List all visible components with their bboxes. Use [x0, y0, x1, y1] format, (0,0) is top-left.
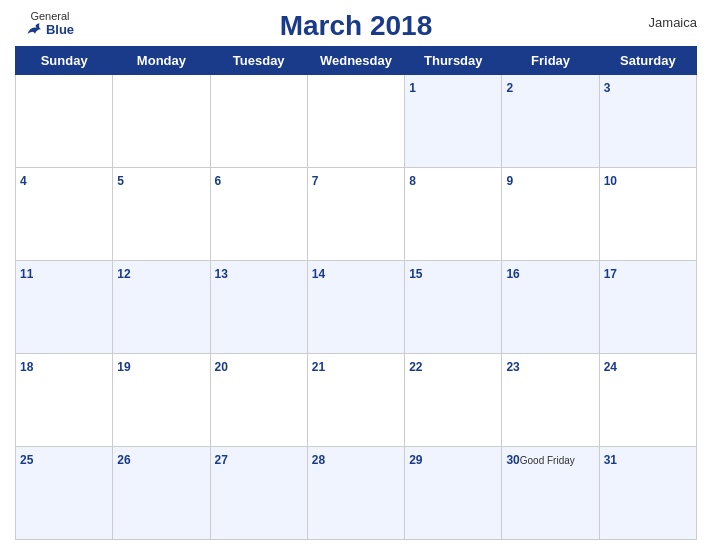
calendar-title: March 2018: [280, 10, 433, 42]
calendar-table: SundayMondayTuesdayWednesdayThursdayFrid…: [15, 46, 697, 540]
day-number: 30: [506, 453, 519, 467]
calendar-day-cell: 25: [16, 447, 113, 540]
calendar-day-cell: 11: [16, 261, 113, 354]
day-number: 27: [215, 453, 228, 467]
day-number: 1: [409, 81, 416, 95]
calendar-day-cell: [16, 75, 113, 168]
calendar-day-cell: 29: [405, 447, 502, 540]
weekday-header-saturday: Saturday: [599, 47, 696, 75]
calendar-day-cell: [113, 75, 210, 168]
calendar-day-cell: 9: [502, 168, 599, 261]
day-number: 13: [215, 267, 228, 281]
country-label: Jamaica: [649, 15, 697, 30]
calendar-day-cell: 23: [502, 354, 599, 447]
day-number: 25: [20, 453, 33, 467]
weekday-header-sunday: Sunday: [16, 47, 113, 75]
weekday-header-thursday: Thursday: [405, 47, 502, 75]
calendar-day-cell: 20: [210, 354, 307, 447]
day-number: 9: [506, 174, 513, 188]
calendar-day-cell: 6: [210, 168, 307, 261]
weekday-header-wednesday: Wednesday: [307, 47, 404, 75]
day-number: 26: [117, 453, 130, 467]
weekday-header-row: SundayMondayTuesdayWednesdayThursdayFrid…: [16, 47, 697, 75]
calendar-day-cell: 14: [307, 261, 404, 354]
calendar-day-cell: [307, 75, 404, 168]
day-number: 2: [506, 81, 513, 95]
calendar-day-cell: 13: [210, 261, 307, 354]
weekday-header-friday: Friday: [502, 47, 599, 75]
weekday-header-monday: Monday: [113, 47, 210, 75]
day-number: 17: [604, 267, 617, 281]
calendar-day-cell: 21: [307, 354, 404, 447]
day-number: 6: [215, 174, 222, 188]
calendar-week-row: 18192021222324: [16, 354, 697, 447]
day-number: 31: [604, 453, 617, 467]
calendar-day-cell: 27: [210, 447, 307, 540]
calendar-day-cell: 10: [599, 168, 696, 261]
day-number: 4: [20, 174, 27, 188]
calendar-day-cell: 4: [16, 168, 113, 261]
day-number: 19: [117, 360, 130, 374]
calendar-day-cell: 5: [113, 168, 210, 261]
calendar-day-cell: 3: [599, 75, 696, 168]
day-number: 28: [312, 453, 325, 467]
calendar-day-cell: 8: [405, 168, 502, 261]
calendar-week-row: 11121314151617: [16, 261, 697, 354]
calendar-day-cell: 18: [16, 354, 113, 447]
weekday-header-tuesday: Tuesday: [210, 47, 307, 75]
day-number: 15: [409, 267, 422, 281]
calendar-day-cell: 26: [113, 447, 210, 540]
calendar-week-row: 123: [16, 75, 697, 168]
calendar-day-cell: 28: [307, 447, 404, 540]
calendar-day-cell: 31: [599, 447, 696, 540]
calendar-day-cell: 17: [599, 261, 696, 354]
day-number: 11: [20, 267, 33, 281]
logo-general-text: General: [30, 10, 69, 22]
day-number: 22: [409, 360, 422, 374]
day-number: 14: [312, 267, 325, 281]
calendar-day-cell: 22: [405, 354, 502, 447]
calendar-week-row: 45678910: [16, 168, 697, 261]
logo: General Blue: [15, 10, 85, 37]
day-number: 12: [117, 267, 130, 281]
day-event: Good Friday: [520, 455, 575, 466]
calendar-day-cell: 12: [113, 261, 210, 354]
calendar-day-cell: [210, 75, 307, 168]
day-number: 21: [312, 360, 325, 374]
calendar-day-cell: 7: [307, 168, 404, 261]
day-number: 10: [604, 174, 617, 188]
day-number: 20: [215, 360, 228, 374]
day-number: 16: [506, 267, 519, 281]
day-number: 3: [604, 81, 611, 95]
day-number: 23: [506, 360, 519, 374]
day-number: 7: [312, 174, 319, 188]
calendar-header: General Blue March 2018 Jamaica: [15, 10, 697, 42]
calendar-week-row: 252627282930Good Friday31: [16, 447, 697, 540]
logo-blue-text: Blue: [26, 22, 74, 37]
day-number: 18: [20, 360, 33, 374]
day-number: 8: [409, 174, 416, 188]
calendar-day-cell: 15: [405, 261, 502, 354]
day-number: 5: [117, 174, 124, 188]
calendar-day-cell: 2: [502, 75, 599, 168]
day-number: 29: [409, 453, 422, 467]
calendar-day-cell: 16: [502, 261, 599, 354]
logo-bird-icon: [26, 23, 44, 37]
calendar-day-cell: 30Good Friday: [502, 447, 599, 540]
calendar-day-cell: 24: [599, 354, 696, 447]
day-number: 24: [604, 360, 617, 374]
calendar-day-cell: 1: [405, 75, 502, 168]
calendar-day-cell: 19: [113, 354, 210, 447]
